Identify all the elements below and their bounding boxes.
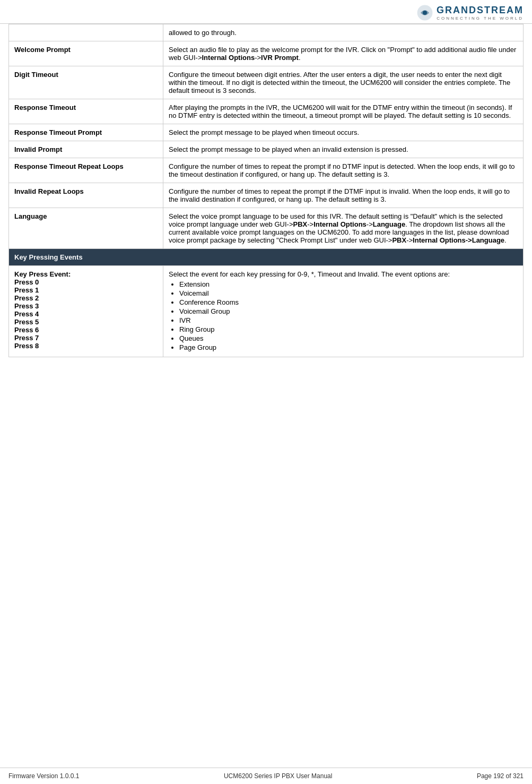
key-press-label-8: Press 7	[14, 334, 158, 342]
response-timeout-prompt-desc: Select the prompt message to be played w…	[163, 124, 524, 141]
list-item: Ring Group	[179, 325, 518, 333]
welcome-prompt-row: Welcome Prompt Select an audio file to p…	[9, 41, 524, 66]
page-wrapper: GRANDSTREAM CONNECTING THE WORLD allowed…	[0, 0, 532, 784]
section-header-cell: Key Pressing Events	[9, 249, 524, 266]
logo-row: GRANDSTREAM CONNECTING THE WORLD	[416, 4, 524, 21]
welcome-prompt-desc: Select an audio file to play as the welc…	[163, 41, 524, 66]
invalid-repeat-loops-label: Invalid Repeat Loops	[9, 183, 163, 208]
response-timeout-row: Response Timeout After playing the promp…	[9, 99, 524, 124]
list-item: IVR	[179, 316, 518, 324]
key-press-label-7: Press 6	[14, 326, 158, 334]
response-timeout-repeat-loops-desc: Configure the number of times to repeat …	[163, 158, 524, 183]
key-press-event-row: Key Press Event: Press 0 Press 1 Press 2…	[9, 266, 524, 357]
key-press-desc-cell: Select the event for each key pressing f…	[163, 266, 524, 357]
list-item: Voicemail	[179, 289, 518, 297]
footer: Firmware Version 1.0.0.1 UCM6200 Series …	[0, 768, 532, 784]
footer-center: UCM6200 Series IP PBX User Manual	[224, 772, 333, 780]
list-item: Page Group	[179, 343, 518, 351]
brand-tagline: CONNECTING THE WORLD	[437, 16, 524, 21]
brand-name: GRANDSTREAM	[437, 5, 524, 16]
intro-row: allowed to go through.	[9, 24, 524, 41]
response-timeout-repeat-loops-label: Response Timeout Repeat Loops	[9, 158, 163, 183]
main-content: allowed to go through. Welcome Prompt Se…	[0, 24, 532, 768]
invalid-repeat-loops-row: Invalid Repeat Loops Configure the numbe…	[9, 183, 524, 208]
welcome-prompt-label: Welcome Prompt	[9, 41, 163, 66]
key-press-label-3: Press 2	[14, 294, 158, 302]
header: GRANDSTREAM CONNECTING THE WORLD	[0, 0, 532, 24]
digit-timeout-row: Digit Timeout Configure the timeout betw…	[9, 66, 524, 99]
response-timeout-label: Response Timeout	[9, 99, 163, 124]
main-table: allowed to go through. Welcome Prompt Se…	[8, 24, 524, 357]
language-label: Language	[9, 208, 163, 249]
logo-text-area: GRANDSTREAM CONNECTING THE WORLD	[437, 5, 524, 21]
key-press-label-6: Press 5	[14, 318, 158, 326]
key-press-label-4: Press 3	[14, 302, 158, 310]
response-timeout-repeat-loops-row: Response Timeout Repeat Loops Configure …	[9, 158, 524, 183]
key-press-intro: Select the event for each key pressing f…	[169, 270, 450, 278]
footer-right: Page 192 of 321	[477, 772, 524, 780]
response-timeout-prompt-label: Response Timeout Prompt	[9, 124, 163, 141]
list-item: Extension	[179, 280, 518, 288]
invalid-prompt-row: Invalid Prompt Select the prompt message…	[9, 141, 524, 158]
intro-desc: allowed to go through.	[163, 24, 524, 41]
key-press-label-1: Press 0	[14, 278, 158, 286]
svg-point-1	[423, 11, 427, 15]
language-desc: Select the voice prompt language to be u…	[163, 208, 524, 249]
key-press-label-0: Key Press Event:	[14, 270, 158, 278]
key-press-label-9: Press 8	[14, 342, 158, 350]
list-item: Voicemail Group	[179, 307, 518, 315]
key-pressing-events-section-header: Key Pressing Events	[9, 249, 524, 266]
key-press-labels-cell: Key Press Event: Press 0 Press 1 Press 2…	[9, 266, 163, 357]
language-row: Language Select the voice prompt languag…	[9, 208, 524, 249]
list-item: Conference Rooms	[179, 298, 518, 306]
intro-label	[9, 24, 163, 41]
key-press-label-5: Press 4	[14, 310, 158, 318]
invalid-repeat-loops-desc: Configure the number of times to repeat …	[163, 183, 524, 208]
digit-timeout-label: Digit Timeout	[9, 66, 163, 99]
list-item: Queues	[179, 334, 518, 342]
response-timeout-prompt-row: Response Timeout Prompt Select the promp…	[9, 124, 524, 141]
key-press-label-2: Press 1	[14, 286, 158, 294]
invalid-prompt-desc: Select the prompt message to be played w…	[163, 141, 524, 158]
digit-timeout-desc: Configure the timeout between digit entr…	[163, 66, 524, 99]
invalid-prompt-label: Invalid Prompt	[9, 141, 163, 158]
key-press-options-list: Extension Voicemail Conference Rooms Voi…	[169, 280, 518, 351]
grandstream-logo-icon	[416, 4, 433, 21]
footer-left: Firmware Version 1.0.0.1	[8, 772, 79, 780]
response-timeout-desc: After playing the prompts in the IVR, th…	[163, 99, 524, 124]
